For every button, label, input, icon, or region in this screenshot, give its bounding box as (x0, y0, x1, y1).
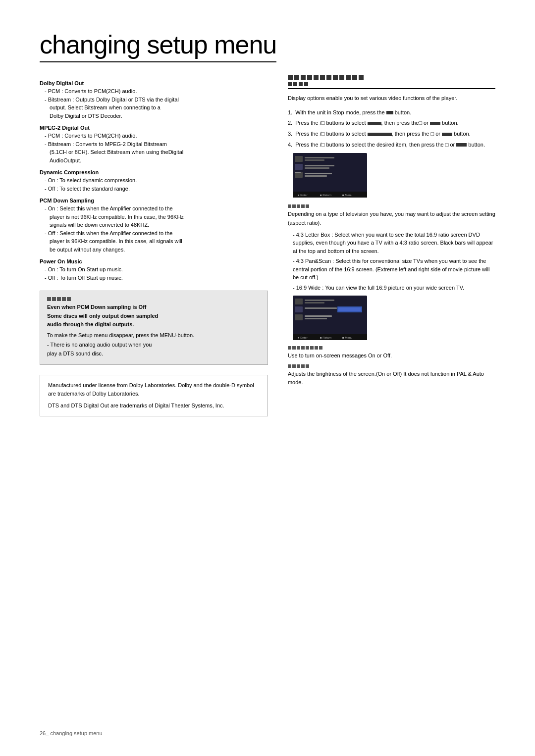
mpeg-item-1: - PCM : Converts to PCM(2CH) audio. (45, 132, 268, 140)
svg-rect-1 (295, 156, 303, 162)
pcm-item-2a: player is 96KHz compatible. In this case… (50, 237, 268, 246)
dolby-item-2a: output. Select Bitstream when connecting… (50, 103, 268, 112)
brightness-title (288, 364, 495, 368)
right-section-header (288, 75, 495, 80)
header-squares-row1 (288, 75, 495, 80)
right-divider (288, 88, 495, 89)
svg-rect-8 (295, 172, 301, 173)
svg-rect-20 (305, 307, 337, 309)
svg-rect-10 (305, 175, 327, 177)
svg-rect-6 (305, 167, 329, 169)
dynamic-item-2: - Off : To select the standard range. (45, 185, 268, 193)
svg-rect-25 (305, 318, 327, 319)
note-item-2: To make the Setup menu disappear, press … (47, 331, 261, 340)
display-intro: Display options enable you to set variou… (288, 94, 495, 103)
page: changing setup menu Dolby Digital Out - … (0, 0, 535, 756)
step-1: 1. With the unit in Stop mode, press the… (288, 108, 495, 117)
screen-svg-2: ● Enter ■ Return ■ Menu (293, 296, 367, 340)
right-section-sub-squares (288, 82, 495, 86)
license-box: Manufactured under license from Dolby La… (40, 375, 268, 417)
license-text-1: Manufactured under license from Dolby La… (48, 381, 260, 399)
mpeg-item-2: - Bitstream : Converts to MPEG-2 Digital… (45, 140, 268, 149)
dolby-item-2: - Bitstream : Outputs Dolby Digital or D… (45, 96, 268, 104)
pcm-item-2b: be output without any changes. (50, 246, 268, 254)
svg-text:● Enter: ● Enter (298, 194, 308, 197)
note-box-title (47, 297, 261, 301)
svg-rect-22 (338, 307, 361, 311)
steps-list: 1. With the unit in Stop mode, press the… (288, 108, 495, 150)
tv-aspect-intro: Depending on a type of television you ha… (288, 210, 495, 227)
svg-rect-0 (293, 153, 367, 198)
left-column: Dolby Digital Out - PCM : Converts to PC… (40, 75, 268, 416)
device-screen-2: ● Enter ■ Return ■ Menu (293, 296, 495, 341)
right-column: Display options enable you to set variou… (288, 75, 495, 416)
dolby-item-1: - PCM : Converts to PCM(2CH) audio. (45, 87, 268, 96)
aspect-item-3: - 16:9 Wide : You can view the full 16:9… (293, 284, 495, 292)
note-box: Even when PCM Down sampling is OffSome d… (40, 291, 268, 365)
svg-rect-23 (295, 314, 303, 320)
power-item-2: - Off : To turn Off Start up music. (45, 274, 268, 282)
pcm-title: PCM Down Sampling (40, 198, 268, 203)
dynamic-item-1: - On : To select dynamic compression. (45, 176, 268, 185)
brightness-text: Adjusts the brightness of the screen.(On… (288, 370, 495, 387)
step-3: 3. Press the /□ buttons to select , then… (288, 129, 495, 139)
mpeg-title: MPEG-2 Digital Out (40, 125, 268, 131)
aspect-item-2: - 4:3 Pan&Scan : Select this for convent… (293, 257, 495, 282)
svg-rect-19 (295, 306, 303, 312)
pcm-item-1: - On : Select this when the Amplifier co… (45, 204, 268, 213)
svg-text:■ Return: ■ Return (320, 194, 331, 197)
mpeg-item-2b: AudioOutput. (50, 156, 268, 165)
pcm-item-1b: signals will be down converted to 48KHZ. (50, 221, 268, 229)
screen-svg-1: ● Enter ■ Return ■ Menu (293, 153, 367, 198)
svg-rect-4 (295, 164, 303, 170)
svg-text:■ Menu: ■ Menu (342, 336, 352, 339)
aspect-item-1: - 4:3 Letter Box : Select when you want … (293, 231, 495, 255)
svg-rect-15 (293, 296, 367, 340)
power-item-1: - On : To turn On Start up music. (45, 265, 268, 274)
osd-title (288, 346, 495, 350)
device-screen-1: ● Enter ■ Return ■ Menu (293, 153, 495, 199)
note-item-3: - There is no analog audio output when y… (47, 341, 261, 358)
dolby-item-2b: Dolby Digital or DTS Decoder. (50, 112, 268, 120)
power-title: Power On Music (40, 258, 268, 264)
note-icon-squares (47, 297, 71, 301)
page-footer: 26_ changing setup menu (40, 730, 103, 736)
svg-rect-9 (305, 173, 332, 174)
svg-rect-17 (305, 300, 334, 301)
dynamic-title: Dynamic Compression (40, 169, 268, 175)
svg-rect-18 (305, 302, 324, 303)
step-2: 2. Press the /□ buttons to select , then… (288, 118, 495, 128)
svg-rect-5 (305, 165, 334, 166)
svg-rect-24 (305, 315, 332, 317)
page-title: changing setup menu (40, 30, 276, 62)
svg-text:● Enter: ● Enter (298, 336, 308, 339)
dolby-title: Dolby Digital Out (40, 80, 268, 86)
tv-aspect-title (288, 204, 495, 208)
svg-rect-3 (305, 159, 324, 161)
mpeg-item-2a: (5.1CH or 8CH). Select Bitstream when us… (50, 148, 268, 156)
license-text-2: DTS and DTS Digital Out are trademarks o… (48, 402, 260, 410)
svg-text:■ Menu: ■ Menu (342, 194, 352, 197)
note-item-1: Even when PCM Down sampling is OffSome d… (47, 303, 261, 329)
osd-text: Use to turn on-screen messages On or Off… (288, 352, 495, 360)
pcm-item-2: - Off : Select this when the Amplifier c… (45, 229, 268, 238)
svg-text:■ Return: ■ Return (320, 336, 331, 339)
pcm-item-1a: player is not 96KHz compatible. In this … (50, 213, 268, 221)
svg-rect-16 (295, 299, 303, 304)
step-4: 4. Press the /□ buttons to select the de… (288, 140, 495, 150)
svg-rect-2 (305, 157, 334, 158)
